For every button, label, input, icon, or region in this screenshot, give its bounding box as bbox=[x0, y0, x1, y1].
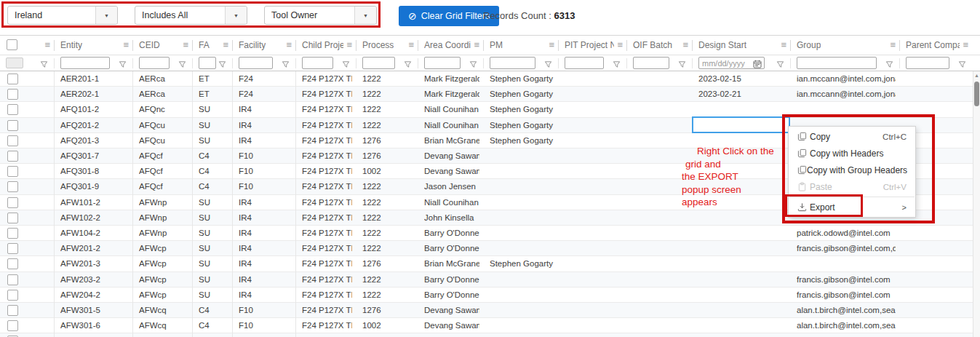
cell-facility[interactable]: IR4 bbox=[239, 118, 292, 133]
table-row[interactable]: AER201-1AERcaETF24F24 P127X TI1222Mark F… bbox=[0, 71, 973, 87]
cell-facility[interactable]: F10 bbox=[239, 318, 292, 333]
table-row[interactable]: AFW203-2AFWcpSUIR4F24 P127X TI1222Barry … bbox=[0, 272, 973, 288]
cell-entity[interactable]: AFQ201-2 bbox=[60, 118, 129, 133]
cell-pm[interactable]: Stephen Gogarty bbox=[490, 71, 554, 87]
scroll-up-icon[interactable]: ▲ bbox=[973, 73, 980, 78]
cell-child_project[interactable]: F24 P127X TI bbox=[302, 71, 352, 87]
cell-child_project[interactable]: F24 P127X TI bbox=[302, 288, 352, 303]
cell-design_start[interactable]: 2023-02-21 bbox=[698, 87, 786, 102]
cell-fa[interactable]: ET bbox=[199, 87, 228, 102]
cell-entity[interactable]: AFQ101-2 bbox=[60, 102, 129, 117]
chevron-down-icon[interactable]: ▼ bbox=[225, 7, 247, 24]
menu-item-copy-with-headers[interactable]: Copy with Headers bbox=[789, 145, 915, 162]
column-menu-icon[interactable]: ≡ bbox=[183, 36, 188, 55]
column-header-ceid[interactable]: CEID≡ bbox=[133, 36, 193, 55]
region-select[interactable]: Ireland ▼ bbox=[7, 6, 118, 25]
cell-pm[interactable]: Stephen Gogarty bbox=[490, 256, 554, 271]
cell-process[interactable]: 1276 bbox=[362, 303, 414, 318]
cell-group[interactable]: francis.gibson@intel.com bbox=[797, 272, 896, 288]
filter-funnel-icon[interactable] bbox=[544, 58, 552, 71]
cell-facility[interactable]: F10 bbox=[239, 303, 292, 318]
column-header-pit_project[interactable]: PIT Project Na...≡ bbox=[559, 36, 627, 55]
cell-child_project[interactable]: F24 P127X TI bbox=[302, 241, 352, 256]
cell-fa[interactable]: ET bbox=[199, 71, 228, 87]
cell-fa[interactable]: C4 bbox=[199, 318, 228, 333]
cell-area_coordinator[interactable]: Devang Sawant bbox=[424, 303, 479, 318]
cell-process[interactable]: 1222 bbox=[362, 118, 414, 133]
cell-area_coordinator[interactable]: Mark Fitzgerald bbox=[424, 87, 479, 102]
cell-entity[interactable]: AFW301-7 bbox=[60, 333, 129, 337]
cell-entity[interactable]: AFQ301-8 bbox=[60, 164, 129, 179]
column-menu-icon[interactable]: ≡ bbox=[123, 36, 129, 55]
row-checkbox[interactable] bbox=[7, 228, 18, 239]
row-checkbox[interactable] bbox=[7, 120, 18, 131]
cell-entity[interactable]: AFW201-3 bbox=[60, 256, 129, 271]
cell-ceid[interactable]: AERca bbox=[139, 87, 188, 102]
filter-funnel-icon[interactable] bbox=[342, 58, 350, 71]
cell-facility[interactable]: IR4 bbox=[239, 288, 292, 303]
filter-input-fa[interactable] bbox=[199, 57, 216, 69]
column-menu-icon[interactable]: ≡ bbox=[890, 36, 896, 55]
cell-area_coordinator[interactable]: Jason Jensen bbox=[424, 179, 479, 194]
filter-funnel-icon[interactable] bbox=[469, 58, 477, 71]
cell-group[interactable]: patrick.odowd@intel.com bbox=[797, 226, 896, 241]
cell-facility[interactable]: IR4 bbox=[239, 256, 292, 271]
column-menu-icon[interactable]: ≡ bbox=[474, 36, 479, 55]
cell-child_project[interactable]: F24 P127X TI bbox=[302, 210, 352, 226]
column-header-entity[interactable]: Entity≡ bbox=[55, 36, 133, 55]
filter-input-area_coordinator[interactable] bbox=[424, 57, 461, 69]
selected-cell-design-start[interactable] bbox=[692, 116, 790, 133]
cell-ceid[interactable]: AFWcq bbox=[139, 333, 188, 337]
column-menu-icon[interactable]: ≡ bbox=[408, 36, 414, 55]
cell-area_coordinator[interactable]: Niall Counihan bbox=[424, 102, 479, 117]
cell-process[interactable]: 1222 bbox=[362, 87, 414, 102]
row-checkbox[interactable] bbox=[7, 274, 18, 285]
row-checkbox[interactable] bbox=[7, 213, 18, 223]
filter-input-group[interactable] bbox=[797, 57, 877, 69]
filter-funnel-icon[interactable] bbox=[958, 58, 966, 71]
cell-fa[interactable]: SU bbox=[199, 133, 228, 148]
calendar-icon[interactable] bbox=[753, 58, 762, 71]
cell-area_coordinator[interactable]: Mark Fitzgerald bbox=[424, 71, 479, 87]
filter-funnel-icon[interactable] bbox=[119, 58, 127, 71]
filter-funnel-icon[interactable] bbox=[776, 58, 784, 71]
cell-area_coordinator[interactable]: Barry O'Donnell,J... bbox=[424, 226, 479, 241]
cell-area_coordinator[interactable]: Brian McGrane bbox=[424, 256, 479, 271]
cell-ceid[interactable]: AERca bbox=[139, 71, 188, 87]
filter-funnel-icon[interactable] bbox=[885, 58, 893, 71]
cell-process[interactable]: 1222 bbox=[362, 272, 414, 288]
cell-process[interactable]: 1276 bbox=[362, 133, 414, 148]
table-row[interactable]: AFW201-3AFWcpSUIR4F24 P127X TI1276Brian … bbox=[0, 256, 973, 271]
column-header-facility[interactable]: Facility≡ bbox=[233, 36, 296, 55]
filter-input-oif_batch[interactable] bbox=[633, 57, 669, 69]
row-checkbox[interactable] bbox=[7, 151, 18, 162]
cell-child_project[interactable]: F24 P127X TI bbox=[302, 333, 352, 337]
cell-ceid[interactable]: AFWcp bbox=[139, 288, 188, 303]
row-checkbox[interactable] bbox=[7, 104, 18, 115]
cell-ceid[interactable]: AFWnp bbox=[139, 210, 188, 226]
cell-fa[interactable]: SU bbox=[199, 241, 228, 256]
table-row[interactable]: AFW201-2AFWcpSUIR4F24 P127X TI1222Barry … bbox=[0, 241, 973, 256]
column-header-parent_company[interactable]: Parent Company≡ bbox=[900, 36, 973, 55]
row-checkbox[interactable] bbox=[7, 181, 18, 192]
cell-process[interactable]: 1222 bbox=[362, 288, 414, 303]
cell-ceid[interactable]: AFQcf bbox=[139, 164, 188, 179]
cell-ceid[interactable]: AFWcp bbox=[139, 241, 188, 256]
cell-fa[interactable]: C4 bbox=[199, 179, 228, 194]
cell-area_coordinator[interactable]: Niall Counihan bbox=[424, 118, 479, 133]
cell-facility[interactable]: F10 bbox=[239, 179, 292, 194]
cell-ceid[interactable]: AFQcu bbox=[139, 118, 188, 133]
cell-facility[interactable]: IR4 bbox=[239, 102, 292, 117]
cell-child_project[interactable]: F24 P127X TI bbox=[302, 179, 352, 194]
cell-ceid[interactable]: AFWnp bbox=[139, 226, 188, 241]
filter-funnel-icon[interactable] bbox=[282, 58, 290, 71]
cell-child_project[interactable]: F24 P127X TI bbox=[302, 226, 352, 241]
cell-facility[interactable]: IR4 bbox=[239, 272, 292, 288]
cell-facility[interactable]: F24 bbox=[239, 87, 292, 102]
cell-entity[interactable]: AFW102-2 bbox=[60, 210, 129, 226]
cell-ceid[interactable]: AFWcp bbox=[139, 256, 188, 271]
table-row[interactable]: AFW204-2AFWcpSUIR4F24 P127X TI1222Barry … bbox=[0, 288, 973, 303]
cell-child_project[interactable]: F24 P127X TI bbox=[302, 256, 352, 271]
column-header-group[interactable]: Group≡ bbox=[791, 36, 900, 55]
cell-area_coordinator[interactable]: Barry O'Donnell,G... bbox=[424, 288, 479, 303]
